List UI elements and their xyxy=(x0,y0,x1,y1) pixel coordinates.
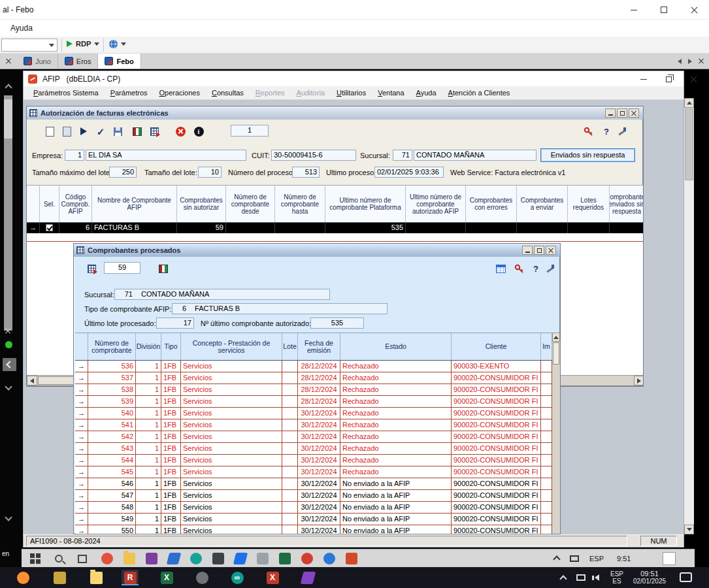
minimize-button[interactable] xyxy=(605,108,616,118)
tab-febo[interactable]: Febo xyxy=(98,54,140,69)
column-header[interactable]: Comprobantes sin autorizar xyxy=(177,186,226,222)
close-button[interactable] xyxy=(546,246,556,255)
app-icon-teal[interactable] xyxy=(190,552,203,565)
export-grid-button[interactable] xyxy=(146,123,163,139)
close-tab-button[interactable] xyxy=(699,59,704,64)
tools-button[interactable] xyxy=(614,123,631,139)
app-icon-purple[interactable] xyxy=(145,552,158,565)
ledger-button[interactable] xyxy=(155,261,172,276)
app-icon-dark[interactable] xyxy=(212,552,225,565)
remote-view-scrollbar[interactable] xyxy=(684,98,694,534)
tray-expand-icon[interactable] xyxy=(559,575,567,582)
tools-button[interactable] xyxy=(542,261,559,276)
tray-expand-icon[interactable] xyxy=(553,555,560,563)
column-header[interactable]: Ultimo número de comprobante Plataforma xyxy=(325,186,406,222)
column-header[interactable]: Número de comprobante hasta xyxy=(275,186,325,222)
afip-restore-button[interactable] xyxy=(656,72,681,86)
editor-tool-icon[interactable] xyxy=(51,570,68,585)
language-switcher[interactable]: ESP ES xyxy=(606,570,627,585)
ledger-button[interactable] xyxy=(129,123,146,139)
table-row[interactable]: →54311FBServicios30/12/2024Rechazado9000… xyxy=(75,443,552,455)
table-row[interactable]: →54611FBServicios30/12/2024No enviado a … xyxy=(75,478,552,490)
column-header[interactable]: Concepto - Prestación de servicios xyxy=(181,333,282,360)
confirm-button[interactable]: ✓ xyxy=(92,123,109,139)
clock[interactable]: 09:51 02/01/2025 xyxy=(629,570,670,585)
firefox-icon[interactable] xyxy=(14,570,31,585)
column-header[interactable]: Cliente xyxy=(452,333,541,360)
browser-app-icon[interactable] xyxy=(101,552,114,565)
process-counter-field[interactable]: 1 xyxy=(231,125,269,137)
app-icon-orange[interactable] xyxy=(345,552,358,565)
save-button[interactable] xyxy=(109,123,126,139)
table-row[interactable]: →54411FBServicios30/12/2024Rechazado9000… xyxy=(75,455,552,466)
menu-item[interactable]: Reportes xyxy=(250,87,291,99)
task-view-button[interactable] xyxy=(76,552,89,565)
export-grid-button[interactable] xyxy=(83,261,100,276)
ultimo-lote-field[interactable]: 17 xyxy=(156,318,194,329)
app-icon-blue[interactable] xyxy=(167,552,180,565)
key-button[interactable] xyxy=(580,123,597,139)
column-header[interactable]: Estado xyxy=(340,333,452,360)
panel-scrollbar[interactable] xyxy=(4,95,12,331)
column-header[interactable]: Fecha de emisión xyxy=(298,333,340,360)
menu-item[interactable]: Parámetros Sistema xyxy=(27,87,105,99)
restore-button[interactable] xyxy=(617,108,627,118)
proceso-field[interactable]: 513 xyxy=(292,167,320,178)
selected-comprobante-row[interactable]: →6FACTURAS B59535 xyxy=(27,223,644,233)
network-icon[interactable] xyxy=(570,555,579,562)
key-button[interactable] xyxy=(510,261,527,276)
info-button[interactable]: i xyxy=(190,123,207,139)
column-header[interactable]: División xyxy=(136,333,161,360)
afip-close-button[interactable] xyxy=(681,72,706,86)
sucursal-field[interactable]: 71 CONTADO MAÑANA xyxy=(114,289,330,300)
host-menu-ayuda[interactable]: Ayuda xyxy=(10,24,33,33)
column-header[interactable]: Lotes requeridos xyxy=(568,186,610,222)
app-icon-grey[interactable] xyxy=(256,552,269,565)
red-x-app-icon[interactable]: X xyxy=(264,570,281,585)
host-maximize-button[interactable] xyxy=(649,0,679,20)
empresa-name-field[interactable]: EL DIA SA xyxy=(86,150,246,161)
menu-item[interactable]: Auditoria xyxy=(291,87,331,99)
sucursal-number-field[interactable]: 71 xyxy=(393,150,412,161)
menu-item[interactable]: Operaciones xyxy=(154,87,206,99)
rdp-connect-button[interactable]: RDP xyxy=(67,40,99,48)
column-header[interactable]: Código Comprob. AFIP xyxy=(59,186,92,222)
vertical-scrollbar[interactable] xyxy=(552,333,560,534)
restore-button[interactable] xyxy=(534,246,544,255)
enviados-sin-respuesta-button[interactable]: Enviados sin respuesta xyxy=(540,148,635,162)
menu-item[interactable]: Utilitarios xyxy=(331,87,372,99)
notification-button[interactable] xyxy=(663,552,676,565)
host-minimize-button[interactable] xyxy=(619,0,649,20)
column-header[interactable]: Nombre de Comprobante AFIP xyxy=(92,186,177,222)
column-header[interactable]: Número de comprobante xyxy=(88,333,136,360)
connection-dropdown[interactable] xyxy=(1,39,58,52)
app-icon-pen[interactable] xyxy=(234,552,247,565)
chevron-down-icon[interactable] xyxy=(5,514,12,521)
menu-item[interactable]: Parámetros xyxy=(105,87,154,99)
table-row[interactable]: →54111FBServicios30/12/2024Rechazado9000… xyxy=(75,419,552,431)
close-button[interactable] xyxy=(629,108,639,118)
language-indicator[interactable]: ESP xyxy=(589,555,604,563)
table-row[interactable]: →55011FBServicios30/12/2024No enviado a … xyxy=(75,525,552,534)
panel-collapse-button[interactable] xyxy=(3,358,16,371)
chevron-down-icon[interactable] xyxy=(5,383,12,390)
notification-center-icon[interactable] xyxy=(680,572,692,582)
record-counter-field[interactable]: 59 xyxy=(104,262,140,274)
excel-icon[interactable] xyxy=(278,552,291,565)
menu-item[interactable]: Consultas xyxy=(206,87,250,99)
scroll-tabs-left-button[interactable] xyxy=(678,59,682,64)
search-button[interactable] xyxy=(52,552,65,565)
table-row[interactable]: →53711FBServicios28/12/2024Rechazado9000… xyxy=(75,372,552,384)
new-document-button[interactable] xyxy=(41,123,58,139)
lote-max-field[interactable]: 250 xyxy=(109,167,137,178)
column-header[interactable]: Im xyxy=(541,333,552,360)
tab-eros[interactable]: Eros xyxy=(58,54,99,69)
ultimo-autorizado-field[interactable]: 535 xyxy=(310,318,364,329)
table-row[interactable]: →54911FBServicios30/12/2024No enviado a … xyxy=(75,514,552,525)
scroll-tabs-right-button[interactable] xyxy=(688,59,692,64)
afip-minimize-button[interactable] xyxy=(631,72,656,86)
table-row[interactable]: →53811FBServicios28/12/2024Rechazado9000… xyxy=(75,384,552,396)
column-header[interactable]: Sel. xyxy=(40,186,59,222)
menu-item[interactable]: Ayuda xyxy=(410,87,442,99)
help-button[interactable]: ? xyxy=(598,123,615,139)
